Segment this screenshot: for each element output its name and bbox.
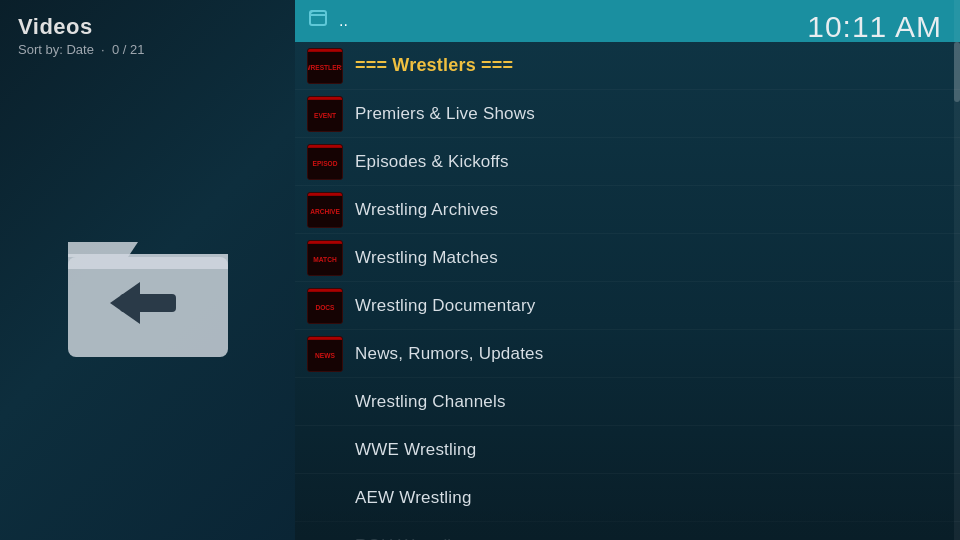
svg-text:EPISOD: EPISOD: [313, 159, 338, 166]
item-label-episodes: Episodes & Kickoffs: [355, 152, 509, 172]
list-item-wrestlers[interactable]: WRESTLERS=== Wrestlers ===: [295, 42, 960, 90]
folder-icon-container: [18, 67, 277, 526]
back-label: ..: [339, 12, 348, 30]
list-item-episodes[interactable]: EPISODEpisodes & Kickoffs: [295, 138, 960, 186]
svg-rect-16: [308, 193, 342, 196]
thumbnail-news: NEWS: [307, 336, 343, 372]
svg-text:ARCHIVE: ARCHIVE: [310, 207, 340, 214]
item-label-channels: Wrestling Channels: [355, 392, 506, 412]
list-item-aew[interactable]: AEW Wrestling: [295, 474, 960, 522]
thumbnail-premiers: EVENT: [307, 96, 343, 132]
list-item-matches[interactable]: MATCHWrestling Matches: [295, 234, 960, 282]
svg-rect-1: [68, 254, 228, 269]
category-list: WRESTLERS=== Wrestlers ===EVENTPremiers …: [295, 42, 960, 540]
folder-icon: [58, 222, 238, 372]
list-item-news[interactable]: NEWSNews, Rumors, Updates: [295, 330, 960, 378]
list-item-archives[interactable]: ARCHIVEWrestling Archives: [295, 186, 960, 234]
right-panel: 10:11 AM .. WRESTLERS=== Wrestlers ===EV…: [295, 0, 960, 540]
svg-rect-4: [310, 11, 326, 25]
header-row: Videos Sort by: Date · 0 / 21: [18, 14, 277, 57]
thumbnail-episodes: EPISOD: [307, 144, 343, 180]
scrollbar-thumb[interactable]: [954, 42, 960, 102]
sort-label: Sort by: Date: [18, 42, 94, 57]
back-arrow-icon: [307, 8, 329, 35]
svg-rect-22: [308, 289, 342, 292]
svg-text:DOCS: DOCS: [315, 303, 335, 310]
item-count: 0 / 21: [112, 42, 145, 57]
thumbnail-wrestlers: WRESTLERS: [307, 48, 343, 84]
list-item-roh[interactable]: ROH Wrestling: [295, 522, 960, 540]
svg-text:MATCH: MATCH: [313, 255, 337, 262]
svg-text:WRESTLERS: WRESTLERS: [308, 63, 342, 70]
item-label-aew: AEW Wrestling: [355, 488, 472, 508]
list-item-premiers[interactable]: EVENTPremiers & Live Shows: [295, 90, 960, 138]
page-title: Videos: [18, 14, 277, 40]
sort-info: Sort by: Date · 0 / 21: [18, 42, 277, 57]
thumbnail-archives: ARCHIVE: [307, 192, 343, 228]
svg-rect-7: [308, 49, 342, 52]
item-label-archives: Wrestling Archives: [355, 200, 498, 220]
list-container[interactable]: .. WRESTLERS=== Wrestlers ===EVENTPremie…: [295, 0, 960, 540]
item-label-documentary: Wrestling Documentary: [355, 296, 536, 316]
svg-rect-19: [308, 241, 342, 244]
clock: 10:11 AM: [807, 10, 942, 44]
scrollbar-track: [954, 0, 960, 540]
svg-text:NEWS: NEWS: [315, 351, 335, 358]
thumbnail-matches: MATCH: [307, 240, 343, 276]
item-label-premiers: Premiers & Live Shows: [355, 104, 535, 124]
svg-rect-13: [308, 145, 342, 148]
item-label-wwe: WWE Wrestling: [355, 440, 476, 460]
left-panel: Videos Sort by: Date · 0 / 21: [0, 0, 295, 540]
item-label-wrestlers: === Wrestlers ===: [355, 55, 513, 76]
svg-rect-25: [308, 337, 342, 340]
item-label-news: News, Rumors, Updates: [355, 344, 543, 364]
list-item-documentary[interactable]: DOCSWrestling Documentary: [295, 282, 960, 330]
thumbnail-documentary: DOCS: [307, 288, 343, 324]
svg-text:EVENT: EVENT: [314, 111, 336, 118]
item-label-roh: ROH Wrestling: [355, 536, 471, 541]
item-label-matches: Wrestling Matches: [355, 248, 498, 268]
svg-rect-10: [308, 97, 342, 100]
list-item-channels[interactable]: Wrestling Channels: [295, 378, 960, 426]
list-item-wwe[interactable]: WWE Wrestling: [295, 426, 960, 474]
